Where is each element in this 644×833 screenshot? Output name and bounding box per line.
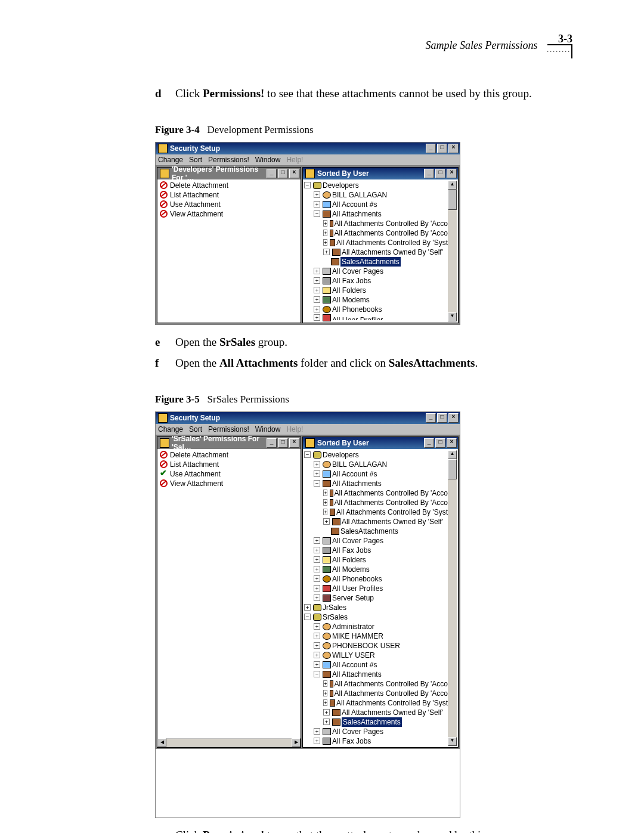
users-tree[interactable]: −Developers +BILL GALLAGAN +All Account … <box>304 181 448 321</box>
maximize-button[interactable]: □ <box>435 438 445 448</box>
horizontal-scrollbar[interactable]: ◀ ▶ <box>157 738 301 747</box>
menu-help[interactable]: Help! <box>286 156 303 164</box>
minimize-button[interactable]: _ <box>426 413 436 423</box>
tree-node-developers[interactable]: −Developers <box>304 450 448 460</box>
minimize-button[interactable]: _ <box>426 144 436 153</box>
tree-node-cover-pages[interactable]: +All Cover Pages <box>304 267 448 276</box>
tree-node-all-attachments[interactable]: −All Attachments <box>304 209 448 219</box>
tree-node-user[interactable]: +BILL GALLAGAN <box>304 460 448 469</box>
perm-use-attachment[interactable]: Use Attachment <box>159 200 299 209</box>
tree-node-server-setup[interactable]: +Server Setup <box>304 593 448 603</box>
tree-node-att[interactable]: +All Attachments Controlled By 'Acco <box>304 689 448 698</box>
maximize-button[interactable]: □ <box>437 144 447 153</box>
tree-node-salesattachments[interactable]: +SalesAttachments <box>304 717 448 727</box>
tree-node-att[interactable]: +All Attachments Controlled By 'Acco <box>304 228 448 238</box>
tree-node-fax-jobs[interactable]: +All Fax Jobs <box>304 546 448 555</box>
scroll-thumb[interactable] <box>448 459 457 479</box>
menu-window[interactable]: Window <box>255 156 281 164</box>
menu-change[interactable]: Change <box>158 156 183 164</box>
tree-node-cover-pages[interactable]: +All Cover Pages <box>304 536 448 546</box>
vertical-scrollbar[interactable]: ▲ ▼ <box>448 181 457 321</box>
perm-list-attachment[interactable]: List Attachment <box>159 460 299 469</box>
tree-node-phonebooks[interactable]: +All Phonebooks <box>304 305 448 314</box>
perm-view-attachment[interactable]: View Attachment <box>159 479 299 488</box>
close-button[interactable]: × <box>447 438 457 448</box>
tree-node-all-attachments[interactable]: −All Attachments <box>304 670 448 679</box>
menu-sort[interactable]: Sort <box>189 425 202 433</box>
maximize-button[interactable]: □ <box>437 413 447 423</box>
tree-node-srsales[interactable]: −SrSales <box>304 612 448 622</box>
tree-node-salesattachments[interactable]: SalesAttachments <box>304 527 448 536</box>
maximize-button[interactable]: □ <box>278 169 288 178</box>
tree-node-fax-jobs[interactable]: +All Fax Jobs <box>304 276 448 286</box>
tree-node-att[interactable]: +All Attachments Controlled By 'Acco <box>304 488 448 498</box>
tree-node-att[interactable]: +All Attachments Owned By 'Self' <box>304 517 448 527</box>
tree-node-accounts[interactable]: +All Account #s <box>304 200 448 209</box>
tree-node-user[interactable]: +WILLY USER <box>304 651 448 660</box>
tree-node-att[interactable]: +All Attachments Controlled By 'Acco <box>304 498 448 507</box>
menu-sort[interactable]: Sort <box>189 156 202 164</box>
tree-panel-titlebar[interactable]: Sorted By User _ □ × <box>303 437 458 449</box>
close-button[interactable]: × <box>289 169 299 178</box>
tree-node-att[interactable]: +All Attachments Owned By 'Self' <box>304 708 448 717</box>
tree-node-user[interactable]: +BILL GALLAGAN <box>304 190 448 200</box>
permissions-panel-titlebar[interactable]: 'SrSales' Permissions For 'Sal… _ □ × <box>157 437 301 449</box>
window-titlebar[interactable]: Security Setup _ □ × <box>156 412 460 424</box>
menu-help[interactable]: Help! <box>286 425 303 433</box>
scroll-down-arrow[interactable]: ▼ <box>448 312 457 321</box>
menu-window[interactable]: Window <box>255 425 281 433</box>
minimize-button[interactable]: _ <box>424 438 434 448</box>
perm-delete-attachment[interactable]: Delete Attachment <box>159 450 299 460</box>
tree-node-jrsales[interactable]: +JrSales <box>304 603 448 612</box>
close-button[interactable]: × <box>289 438 299 448</box>
maximize-button[interactable]: □ <box>278 438 288 448</box>
menu-change[interactable]: Change <box>158 425 183 433</box>
close-button[interactable]: × <box>448 144 459 153</box>
tree-node-modems[interactable]: +All Modems <box>304 295 448 305</box>
scroll-up-arrow[interactable]: ▲ <box>448 450 457 459</box>
scroll-down-arrow[interactable]: ▼ <box>448 737 457 746</box>
tree-node-developers[interactable]: −Developers <box>304 181 448 190</box>
tree-node-accounts[interactable]: +All Account #s <box>304 469 448 479</box>
tree-node-folders[interactable]: +All Folders <box>304 555 448 565</box>
tree-panel-titlebar[interactable]: Sorted By User _ □ × <box>303 168 458 179</box>
menu-permissions[interactable]: Permissions! <box>208 156 249 164</box>
tree-node-att[interactable]: +All Attachments Owned By 'Self' <box>304 247 448 257</box>
tree-node-partial[interactable]: +All Llaar Drafilar <box>304 314 448 321</box>
tree-node-modems[interactable]: +All Modems <box>304 565 448 574</box>
minimize-button[interactable]: _ <box>424 169 434 178</box>
users-tree[interactable]: −Developers +BILL GALLAGAN +All Account … <box>304 450 448 746</box>
tree-node-att[interactable]: +All Attachments Controlled By 'Syst <box>304 238 448 247</box>
tree-node-att[interactable]: +All Attachments Controlled By 'Acco <box>304 219 448 228</box>
tree-node-fax-jobs[interactable]: +All Fax Jobs <box>304 736 448 746</box>
perm-delete-attachment[interactable]: Delete Attachment <box>159 181 299 190</box>
tree-node-accounts[interactable]: +All Account #s <box>304 660 448 670</box>
tree-node-all-attachments[interactable]: −All Attachments <box>304 479 448 488</box>
tree-node-user[interactable]: +Administrator <box>304 622 448 631</box>
window-titlebar[interactable]: Security Setup _ □ × <box>156 143 460 154</box>
close-button[interactable]: × <box>447 169 457 178</box>
tree-node-user[interactable]: +MIKE HAMMER <box>304 631 448 641</box>
tree-node-att[interactable]: +All Attachments Controlled By 'Syst <box>304 698 448 708</box>
close-button[interactable]: × <box>448 413 459 423</box>
scroll-right-arrow[interactable]: ▶ <box>292 738 301 747</box>
minimize-button[interactable]: _ <box>267 438 277 448</box>
tree-node-folders[interactable]: +All Folders <box>304 286 448 295</box>
tree-node-phonebooks[interactable]: +All Phonebooks <box>304 574 448 584</box>
vertical-scrollbar[interactable]: ▲ ▼ <box>448 450 457 746</box>
perm-use-attachment[interactable]: Use Attachment <box>159 469 299 479</box>
perm-view-attachment[interactable]: View Attachment <box>159 209 299 219</box>
menu-permissions[interactable]: Permissions! <box>208 425 249 433</box>
permissions-panel-titlebar[interactable]: 'Developers' Permissions For '… _ □ × <box>157 168 301 179</box>
maximize-button[interactable]: □ <box>435 169 445 178</box>
tree-node-user[interactable]: +PHONEBOOK USER <box>304 641 448 651</box>
scroll-thumb[interactable] <box>448 190 457 210</box>
tree-node-att[interactable]: +All Attachments Controlled By 'Acco <box>304 679 448 689</box>
scroll-up-arrow[interactable]: ▲ <box>448 181 457 190</box>
minimize-button[interactable]: _ <box>267 169 277 178</box>
tree-node-user-profiles[interactable]: +All User Profiles <box>304 584 448 593</box>
perm-list-attachment[interactable]: List Attachment <box>159 190 299 200</box>
tree-node-cover-pages[interactable]: +All Cover Pages <box>304 727 448 736</box>
tree-node-att[interactable]: +All Attachments Controlled By 'Syst <box>304 507 448 517</box>
scroll-left-arrow[interactable]: ◀ <box>157 738 166 747</box>
